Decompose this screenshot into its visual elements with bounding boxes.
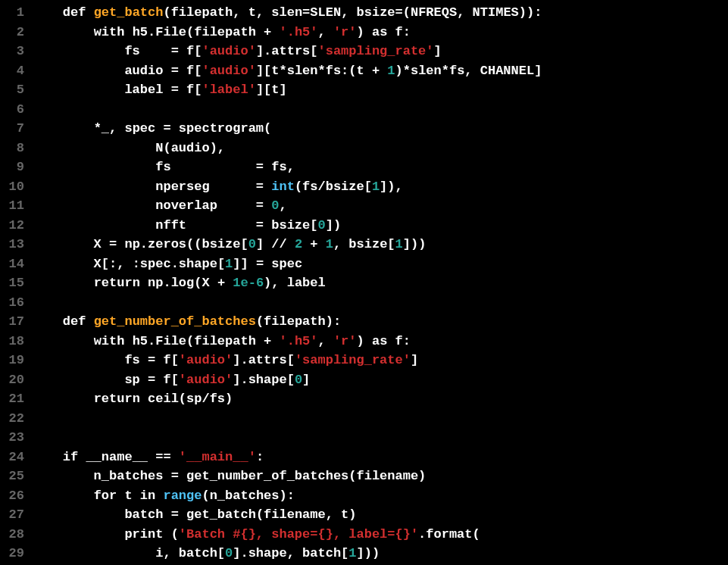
token-id: shape	[248, 546, 287, 560]
token-id: format	[426, 527, 472, 542]
token-id	[32, 392, 94, 406]
token-punc: .	[163, 276, 170, 290]
code-line[interactable]: nfft = bsize[0])	[32, 216, 542, 236]
code-line[interactable]	[32, 409, 542, 429]
token-id: label	[32, 83, 171, 97]
token-id	[302, 237, 310, 251]
token-op: =	[148, 353, 155, 367]
token-punc: [	[217, 257, 225, 271]
code-line[interactable]: fs = f['audio'].attrs['sampling_rate']	[32, 42, 542, 61]
token-id: bsize	[264, 218, 310, 233]
code-line[interactable]	[32, 428, 542, 448]
line-number: 17	[3, 312, 24, 332]
line-number: 1	[3, 3, 24, 23]
token-id: spectrogram	[171, 121, 264, 136]
token-id: fs	[210, 392, 225, 406]
token-punc: (	[186, 25, 194, 39]
token-id	[225, 276, 233, 290]
code-line[interactable]: for t in range(n_batches):	[32, 486, 542, 506]
token-punc: ):	[326, 314, 341, 329]
token-id	[264, 198, 271, 213]
token-id	[32, 430, 39, 445]
token-str: 'label'	[202, 83, 255, 97]
token-id: t	[357, 64, 372, 78]
token-punc: :(	[341, 64, 356, 78]
code-line[interactable]: return np.log(X + 1e-6), label	[32, 273, 542, 293]
token-punc: [	[310, 218, 317, 233]
code-line[interactable]: with h5.File(filepath + '.h5', 'r') as f…	[32, 332, 542, 351]
token-kw: print	[124, 527, 163, 542]
token-str: 'Batch #{}, shape={}, label={}'	[179, 527, 418, 542]
token-punc: ].	[233, 353, 248, 367]
code-line[interactable]: fs = fs,	[32, 158, 542, 177]
code-line[interactable]: sp = f['audio'].shape[0]	[32, 370, 542, 390]
code-line[interactable]: print ('Batch #{}, shape={}, label={}'.f…	[32, 525, 542, 545]
token-punc: ,	[457, 5, 472, 20]
token-id: t	[248, 5, 256, 20]
code-line[interactable]: N(audio),	[32, 139, 542, 158]
token-punc: [	[194, 44, 202, 58]
token-op: =	[256, 218, 264, 233]
token-id	[32, 527, 124, 542]
token-id: _	[102, 121, 109, 136]
code-line[interactable]: def get_batch(filepath, t, slen=SLEN, bs…	[32, 3, 542, 23]
token-punc: [	[240, 237, 248, 251]
code-line[interactable]: nperseg = int(fs/bsize[1]),	[32, 177, 542, 197]
token-id	[171, 450, 179, 464]
token-op: +	[264, 334, 271, 348]
line-number: 7	[3, 119, 24, 139]
line-number: 21	[3, 389, 24, 409]
token-punc: :	[403, 334, 411, 348]
code-line[interactable]: i, batch[0].shape, batch[1]))	[32, 544, 542, 563]
code-line[interactable]: with h5.File(filepath + '.h5', 'r') as f…	[32, 23, 542, 42]
token-punc: )	[225, 392, 233, 406]
line-number: 3	[3, 42, 24, 61]
code-line[interactable]: *_, spec = spectrogram(	[32, 119, 542, 139]
token-id: i	[32, 546, 163, 560]
token-punc: :	[403, 25, 411, 39]
token-id: filename	[264, 507, 326, 522]
token-punc: ,	[318, 334, 333, 348]
token-op: //	[271, 237, 286, 251]
code-line[interactable]	[32, 100, 542, 120]
token-punc: .	[140, 237, 148, 251]
token-op: =	[163, 121, 170, 136]
token-id: fs	[302, 179, 317, 194]
code-line[interactable]: audio = f['audio'][t*slen*fs:(t + 1)*sle…	[32, 61, 542, 81]
code-line[interactable]: X[:, :spec.shape[1]] = spec	[32, 254, 542, 274]
token-punc: [	[364, 179, 372, 194]
code-line[interactable]: def get_number_of_batches(filepath):	[32, 312, 542, 332]
token-id: spec	[140, 257, 171, 271]
code-line[interactable]: label = f['label'][t]	[32, 80, 542, 100]
code-line[interactable]: noverlap = 0,	[32, 196, 542, 216]
token-id: fs	[32, 160, 256, 174]
token-id: fs	[326, 64, 341, 78]
token-id	[155, 489, 163, 503]
token-punc: ,	[233, 5, 248, 20]
token-id: np	[140, 276, 164, 290]
token-id: f	[179, 83, 194, 97]
code-line[interactable]: n_batches = get_number_of_batches(filena…	[32, 467, 542, 486]
token-punc: ]))	[403, 237, 426, 251]
code-line[interactable]: if __name__ == '__main__':	[32, 448, 542, 467]
token-id	[32, 102, 39, 117]
token-id	[264, 179, 271, 194]
token-id	[380, 64, 387, 78]
token-punc: .	[148, 25, 155, 39]
code-line[interactable]	[32, 293, 542, 313]
token-id: SLEN	[310, 5, 341, 20]
token-id: fs	[449, 64, 464, 78]
token-id: n_batches	[210, 489, 280, 503]
token-kw: def	[63, 5, 86, 20]
code-line[interactable]: return ceil(sp/fs)	[32, 389, 542, 409]
code-area[interactable]: def get_batch(filepath, t, slen=SLEN, bs…	[32, 3, 542, 563]
token-kw: return	[94, 276, 140, 290]
token-punc: [	[341, 546, 348, 560]
token-punc: [	[217, 546, 225, 560]
token-num: 1	[348, 546, 356, 560]
code-line[interactable]: fs = f['audio'].attrs['sampling_rate']	[32, 351, 542, 370]
code-line[interactable]: X = np.zeros((bsize[0] // 2 + 1, bsize[1…	[32, 235, 542, 254]
token-kw: for	[94, 489, 117, 503]
code-line[interactable]: batch = get_batch(filename, t)	[32, 505, 542, 525]
token-id: fs	[264, 160, 287, 174]
